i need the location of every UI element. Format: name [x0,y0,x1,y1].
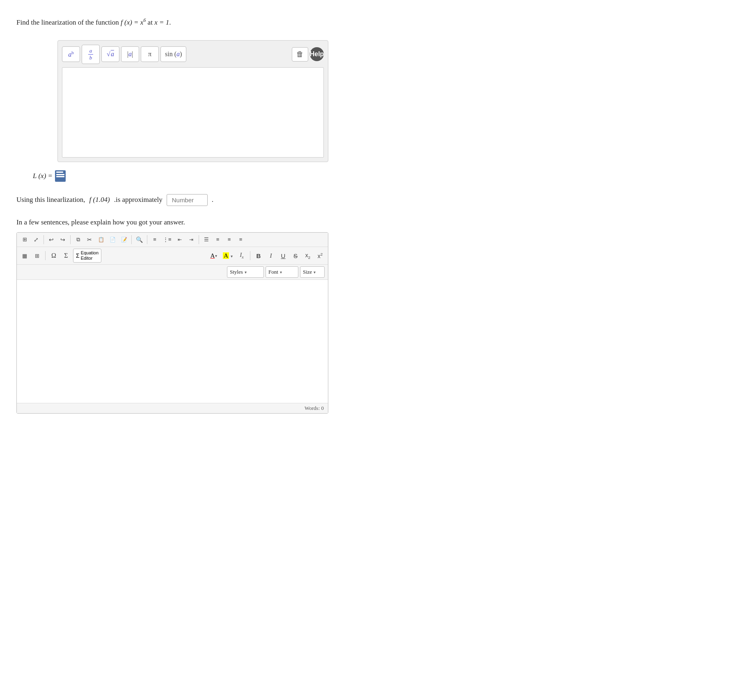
toolbar-divider-3 [131,235,132,244]
sigma-button[interactable]: Σ [61,250,71,261]
align-justify-button[interactable]: ☰ [201,234,212,245]
clear-formatting-button[interactable]: Ix [236,250,247,261]
lx-equals-line: L (x) = [33,170,717,182]
paste-button[interactable]: 📋 [96,234,106,245]
unordered-list-button[interactable]: ⋮≡ [161,234,174,245]
expand-button[interactable]: ⤢ [31,234,41,245]
help-button[interactable]: Help [310,47,324,61]
italic-button[interactable]: I [266,250,276,261]
math-input-area[interactable] [62,67,324,158]
using-function-expr: f (1.04) [89,196,110,204]
find-button[interactable]: 🔍 [134,234,145,245]
superscript-button[interactable]: x2 [315,250,325,261]
subscript-button[interactable]: x2 [302,250,313,261]
toolbar-divider-4 [147,235,147,244]
table-button[interactable]: ▦ [19,250,30,261]
paste-text-button[interactable]: 📄 [107,234,118,245]
omega-button[interactable]: Ω [48,250,59,261]
bg-color-button[interactable]: A ▾ [221,250,235,261]
toolbar-divider-1 [44,235,44,244]
rte-body[interactable] [17,280,328,403]
word-count-label: Words: 0 [305,405,324,411]
indent-decrease-button[interactable]: ⇤ [174,234,185,245]
copy-button[interactable]: ⧉ [73,234,83,245]
strikethrough-button[interactable]: S [290,250,301,261]
clear-button[interactable]: 🗑 [292,47,308,62]
rte-container: ⊞ ⤢ ↩ ↪ ⧉ ✂ 📋 📄 📝 🔍 [16,232,328,414]
using-text-before: Using this linearlization, [16,196,85,204]
equation-editor-button[interactable]: Σ EquationEditor [73,249,101,263]
styles-dropdown[interactable]: Styles ▾ [227,266,264,278]
number-input[interactable] [167,194,208,206]
rte-toolbar-row2: ▦ ⊞ Ω Σ Σ EquationEditor A ▾ A [17,247,328,265]
toolbar-divider-7 [250,251,250,260]
sin-button[interactable]: sin (a) [160,46,186,62]
cut-button[interactable]: ✂ [84,234,95,245]
rte-toolbar-row3: Styles ▾ Font ▾ Size ▾ [17,265,328,280]
lx-label: L (x) = [33,172,53,180]
sqrt-button[interactable]: √a [101,46,119,62]
power-button[interactable]: ab [62,46,80,62]
size-dropdown[interactable]: Size ▾ [300,266,325,278]
toolbar-divider-5 [199,235,199,244]
using-text-after: .is approximately [114,196,163,204]
align-left-button[interactable]: ≡ [213,234,223,245]
rte-toolbar-row1: ⊞ ⤢ ↩ ↪ ⧉ ✂ 📋 📄 📝 🔍 [17,233,328,247]
explanation-label: In a few sentences, please explain how y… [16,218,717,226]
indent-increase-button[interactable]: ⇥ [186,234,197,245]
toolbar-divider-6 [45,251,46,260]
math-toolbar: ab a b √a |a| π sin (a) 🗑 [62,45,324,64]
fraction-button[interactable]: a b [82,45,100,64]
pi-button[interactable]: π [141,46,159,62]
abs-button[interactable]: |a| [121,46,139,62]
bold-button[interactable]: B [253,250,264,261]
table-button2[interactable]: ⊞ [32,250,42,261]
ordered-list-button[interactable]: ≡ [149,234,160,245]
using-period: . [212,196,213,204]
rte-footer: Words: 0 [17,403,328,413]
paste-word-button[interactable]: 📝 [119,234,129,245]
lx-icon[interactable] [55,170,66,182]
align-right-button[interactable]: ≡ [236,234,246,245]
undo-button[interactable]: ↩ [46,234,57,245]
source-button[interactable]: ⊞ [19,234,30,245]
underline-button[interactable]: U [278,250,289,261]
redo-button[interactable]: ↪ [57,234,68,245]
toolbar-divider-2 [70,235,71,244]
using-linearization-line: Using this linearlization, f (1.04) .is … [16,194,717,206]
align-center-button[interactable]: ≡ [224,234,235,245]
font-dropdown[interactable]: Font ▾ [266,266,298,278]
math-editor-container: ab a b √a |a| π sin (a) 🗑 [57,40,328,162]
font-color-button[interactable]: A ▾ [208,250,219,261]
problem-statement: Find the linearization of the function f… [16,16,717,28]
